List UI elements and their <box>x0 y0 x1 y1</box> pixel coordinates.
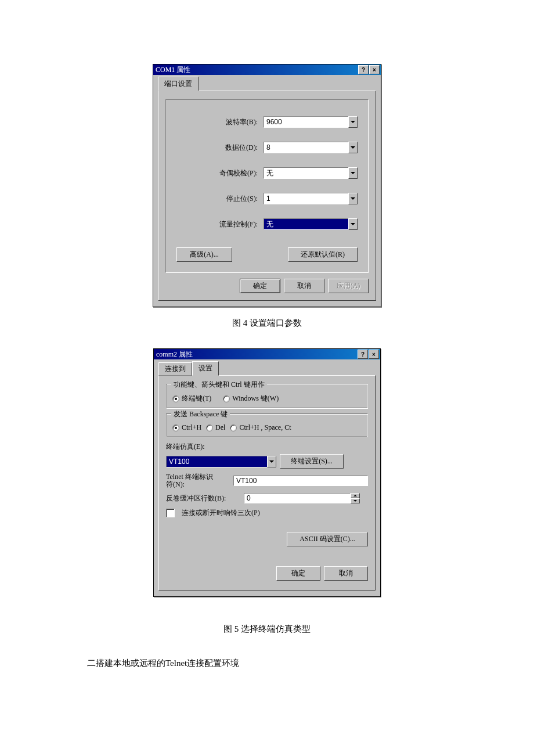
scrollback-label: 反卷缓冲区行数(B): <box>166 494 240 503</box>
restore-defaults-button[interactable]: 还原默认值(R) <box>288 247 358 262</box>
radio-label: Ctrl+H , Space, Ct <box>239 423 291 432</box>
figure-caption-4: 图 4 设置端口参数 <box>0 318 534 329</box>
baud-label: 波特率(B): <box>176 117 264 127</box>
spin-up-icon[interactable] <box>351 493 360 498</box>
tab-panel: 波特率(B): 9600 数据位(D): 8 <box>158 91 376 301</box>
chevron-down-icon[interactable] <box>348 142 358 153</box>
baud-value[interactable]: 9600 <box>264 116 348 128</box>
cancel-button[interactable]: 取消 <box>324 566 368 581</box>
tab-connect-to[interactable]: 连接到 <box>158 362 192 376</box>
ascii-settings-button[interactable]: ASCII 码设置(C)... <box>287 532 368 546</box>
comm2-properties-dialog: comm2 属性 ? × 连接到 设置 功能键、箭头键和 Ctrl 键用作 终端… <box>153 348 381 597</box>
databits-label: 数据位(D): <box>176 143 264 153</box>
radio-icon <box>172 395 179 402</box>
group-legend: 功能键、箭头键和 Ctrl 键用作 <box>171 380 267 390</box>
spin-down-icon[interactable] <box>351 498 360 503</box>
cancel-button[interactable]: 取消 <box>284 279 324 293</box>
chevron-down-icon[interactable] <box>348 167 358 179</box>
close-icon[interactable]: × <box>369 350 379 359</box>
backspace-group: 发送 Backspace 键 Ctrl+H Del Ctrl+H , Sp <box>166 413 368 437</box>
ring-label: 连接或断开时响铃三次(P) <box>182 508 260 518</box>
port-settings-panel: 波特率(B): 9600 数据位(D): 8 <box>165 99 369 273</box>
chevron-down-icon[interactable] <box>348 193 358 204</box>
settings-panel: 功能键、箭头键和 Ctrl 键用作 终端键(T) Windows 键(W) 发 <box>158 375 376 591</box>
group-legend: 发送 Backspace 键 <box>171 409 230 419</box>
parity-combo[interactable]: 无 <box>264 167 358 179</box>
telnet-id-input[interactable]: VT100 <box>233 476 368 486</box>
baud-combo[interactable]: 9600 <box>264 116 358 128</box>
titlebar: comm2 属性 ? × <box>154 349 380 359</box>
radio-del[interactable]: Del <box>206 423 225 432</box>
databits-combo[interactable]: 8 <box>264 142 358 153</box>
flowctrl-value[interactable]: 无 <box>264 218 348 230</box>
stopbits-value[interactable]: 1 <box>264 193 348 204</box>
radio-icon <box>172 424 179 431</box>
radio-label: Windows 键(W) <box>232 394 279 404</box>
radio-icon <box>223 395 230 402</box>
radio-ctrl-h-space[interactable]: Ctrl+H , Space, Ct <box>230 423 291 432</box>
databits-value[interactable]: 8 <box>264 142 348 153</box>
advanced-button[interactable]: 高级(A)... <box>176 247 232 262</box>
figure-caption-5: 图 5 选择终端仿真类型 <box>0 624 534 635</box>
telnet-id-label-a: Telnet 终端标识 <box>166 473 213 481</box>
titlebar: COM1 属性 ? × <box>153 64 381 75</box>
radio-ctrl-h[interactable]: Ctrl+H <box>172 423 201 432</box>
window-title: comm2 属性 <box>155 350 357 359</box>
radio-windows-keys[interactable]: Windows 键(W) <box>223 394 279 404</box>
radio-icon <box>230 424 237 431</box>
help-icon[interactable]: ? <box>358 350 368 359</box>
close-icon[interactable]: × <box>369 65 380 74</box>
emulation-label: 终端仿真(E): <box>166 442 368 452</box>
ok-button[interactable]: 确定 <box>240 279 280 293</box>
radio-label: Ctrl+H <box>182 423 201 432</box>
window-title: COM1 属性 <box>154 65 358 75</box>
terminal-settings-button[interactable]: 终端设置(S)... <box>280 454 344 469</box>
function-keys-group: 功能键、箭头键和 Ctrl 键用作 终端键(T) Windows 键(W) <box>166 384 368 409</box>
com1-properties-dialog: COM1 属性 ? × 端口设置 波特率(B): 9600 <box>153 64 381 307</box>
ok-button[interactable]: 确定 <box>276 566 320 581</box>
stopbits-label: 停止位(S): <box>176 194 264 204</box>
scrollback-stepper[interactable]: 0 <box>244 493 360 503</box>
telnet-id-label-b: 符(N): <box>166 480 185 488</box>
tab-port-settings[interactable]: 端口设置 <box>158 77 199 91</box>
flowctrl-combo[interactable]: 无 <box>264 218 358 230</box>
radio-label: Del <box>215 423 225 432</box>
chevron-down-icon[interactable] <box>348 116 358 128</box>
radio-label: 终端键(T) <box>182 394 211 404</box>
scrollback-value[interactable]: 0 <box>244 493 351 503</box>
parity-value[interactable]: 无 <box>264 167 348 179</box>
radio-terminal-keys[interactable]: 终端键(T) <box>172 394 211 404</box>
stopbits-combo[interactable]: 1 <box>264 193 358 204</box>
parity-label: 奇偶校检(P): <box>176 168 264 178</box>
chevron-down-icon[interactable] <box>348 218 358 230</box>
flowctrl-label: 流量控制(F): <box>176 219 264 229</box>
radio-icon <box>206 424 213 431</box>
chevron-down-icon[interactable] <box>267 456 276 467</box>
section-heading: 二搭建本地或远程的Telnet连接配置环境 <box>87 658 534 669</box>
apply-button[interactable]: 应用(A) <box>328 279 369 293</box>
emulation-combo[interactable]: VT100 <box>166 456 276 467</box>
emulation-value[interactable]: VT100 <box>166 456 267 467</box>
help-icon[interactable]: ? <box>358 65 369 74</box>
tab-settings[interactable]: 设置 <box>192 361 219 376</box>
ring-checkbox[interactable] <box>166 509 175 517</box>
